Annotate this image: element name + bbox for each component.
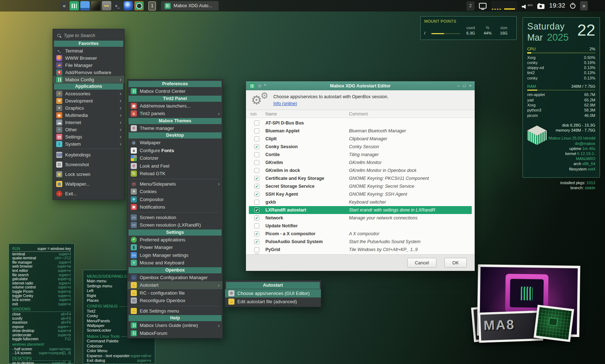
- run-checkbox[interactable]: [254, 247, 259, 252]
- main-menu-item-graphics[interactable]: ✴Graphics›: [53, 104, 124, 112]
- run-checkbox[interactable]: ✔: [254, 215, 259, 220]
- config-menu-item-reload-gtk[interactable]: ↻Reload GTK: [127, 170, 223, 178]
- run-checkbox[interactable]: ✔: [254, 239, 259, 244]
- main-menu-item-mabox-config[interactable]: Mabox Config›: [53, 76, 124, 83]
- autostart-row-pygrid[interactable]: PyGridTile Windows by Ctrl+Alt+KP_ 1..9: [249, 246, 472, 254]
- image-viewer-launcher-icon[interactable]: [91, 1, 100, 10]
- main-menu-item-lock-screen[interactable]: ▣Lock screen: [53, 169, 124, 179]
- config-menu-item-reconfigure-openbox[interactable]: ▤Reconfigure Openbox: [127, 297, 223, 305]
- menu-search-field[interactable]: Type to Search: [53, 30, 124, 40]
- volume-icon[interactable]: 40%: [522, 3, 533, 9]
- ok-button[interactable]: OK: [444, 258, 467, 268]
- autostart-row-conky-session[interactable]: ✔Conky SessionConky Session: [249, 143, 472, 151]
- config-menu-item-screen-resolution-lxrandr[interactable]: ▭Screen resolution (LXRandR): [127, 221, 223, 229]
- tray-area[interactable]: [491, 1, 517, 10]
- maximize-icon[interactable]: □: [463, 84, 466, 88]
- config-menu-item-mabox-control-center[interactable]: Mabox Control Center: [127, 87, 223, 95]
- run-checkbox[interactable]: ✔: [254, 184, 259, 189]
- config-menu-item-maboxforum[interactable]: MaboxForum: [127, 329, 223, 337]
- run-checkbox[interactable]: ✔: [254, 208, 259, 213]
- run-checkbox[interactable]: [254, 128, 259, 133]
- config-menu-item-autostart[interactable]: →Autostart›: [127, 281, 223, 289]
- run-checkbox[interactable]: [254, 120, 259, 126]
- config-menu-item-tint2-panels[interactable]: |||Tint2 panels›: [127, 110, 223, 118]
- panel-collapse-button[interactable]: «: [60, 1, 68, 10]
- main-menu-item-terminal[interactable]: >_Terminal: [53, 47, 124, 54]
- autostart-row-cortile[interactable]: CortileTiling manager: [249, 151, 472, 159]
- config-menu-item-wallpaper[interactable]: ◍Wallpaper: [127, 139, 223, 147]
- config-menu-item-mouse-and-keyboard[interactable]: ⌖Mouse and Keyboard: [127, 259, 223, 267]
- config-menu-item-colorizer[interactable]: Colorizer: [127, 154, 223, 162]
- run-checkbox[interactable]: [254, 200, 259, 205]
- config-menu-item-compositor[interactable]: ❖Compositor: [127, 196, 223, 204]
- clock-launcher-icon[interactable]: [134, 1, 144, 10]
- main-menu-item-settings[interactable]: ▤Settings›: [53, 133, 124, 140]
- config-menu-item-power-manager[interactable]: ▮Power Manager: [127, 244, 223, 251]
- config-menu-item-openbox-configuration-manager[interactable]: □Openbox Configuration Manager: [127, 274, 223, 282]
- cancel-button[interactable]: Cancel: [407, 258, 436, 268]
- run-checkbox[interactable]: [254, 136, 259, 141]
- config-menu-item-mabox-users-guide-online[interactable]: Mabox Users Guide (online)›: [127, 322, 223, 329]
- info-online-link[interactable]: Info (online): [273, 101, 297, 106]
- main-menu-item-system[interactable]: iSystem›: [53, 140, 124, 147]
- autostart-row-clipit[interactable]: ClipItClipboard Manager: [249, 135, 472, 143]
- window-menu-icon[interactable]: ◇: [258, 84, 261, 88]
- autostart-row-picom-a-x-compositor[interactable]: ✔Picom - a X compositorA X compositor: [249, 230, 472, 238]
- mabox-menu-launcher-icon[interactable]: [70, 1, 79, 10]
- config-menu-item-edit-settings-menu[interactable]: →Edit Settings menu: [127, 307, 223, 315]
- config-menu-item-screen-resolution[interactable]: ▭Screen resolution: [127, 214, 223, 222]
- screenshot-camera-icon[interactable]: [537, 4, 544, 9]
- workspace-1-button[interactable]: 1: [148, 1, 156, 10]
- power-icon[interactable]: [570, 3, 575, 9]
- main-menu-item-exit[interactable]: ○Exit...: [53, 189, 124, 199]
- file-manager-launcher-icon[interactable]: [80, 1, 90, 10]
- autostart-row-lxrandr-autostart[interactable]: ✔LXRandR autostartStart xrandr with sett…: [249, 206, 472, 214]
- window-titlebar[interactable]: ◇ ^ Mabox XDG Autostart Editor – □ ×: [246, 81, 475, 90]
- autostart-row-at-spi-d-bus-bus[interactable]: AT-SPI D-Bus Bus: [249, 119, 472, 127]
- run-checkbox[interactable]: [254, 152, 259, 157]
- archive-launcher-icon[interactable]: [102, 1, 111, 10]
- autostart-row-certificate-and-key-storage[interactable]: ✔Certificate and Key StorageGNOME Keyrin…: [249, 174, 472, 182]
- panel-expand-button[interactable]: »: [580, 1, 588, 10]
- run-checkbox[interactable]: [254, 223, 259, 228]
- run-checkbox[interactable]: ✔: [254, 144, 259, 149]
- main-menu-item-www-browser[interactable]: WWW Browser: [53, 54, 124, 62]
- workspace-2-button[interactable]: 2: [467, 1, 474, 10]
- config-menu-item-add-remove-launchers[interactable]: ▣Add/remove launchers...: [127, 102, 223, 110]
- display-icon[interactable]: [479, 3, 487, 9]
- main-menu-item-other[interactable]: ✶Other›: [53, 126, 124, 133]
- config-menu-item-configure-fonts[interactable]: aConfigure Fonts: [127, 147, 223, 155]
- config-menu-item-conkies[interactable]: ✳Conkies: [127, 188, 223, 196]
- main-menu-item-development[interactable]: ⚒Development›: [53, 97, 124, 104]
- run-checkbox[interactable]: ✔: [254, 231, 259, 236]
- autostart-row-pulseaudio-sound-system[interactable]: ✔PulseAudio Sound SystemStart the PulseA…: [249, 238, 472, 246]
- config-menu-item-preferred-applications[interactable]: ✔Preferred applications: [127, 236, 223, 244]
- config-menu-item-look-and-feel[interactable]: ❉Look and Feel: [127, 162, 223, 170]
- main-menu-item-keybindings[interactable]: ⌨Keybindings: [53, 150, 124, 160]
- config-menu-item-theme-manager[interactable]: ❉Theme manager: [127, 124, 223, 132]
- config-menu-item-login-manager-settings[interactable]: ▭Login Manager settings: [127, 251, 223, 259]
- autostart-row-network[interactable]: ✔NetworkManage your network connections: [249, 214, 472, 222]
- run-checkbox[interactable]: ✔: [254, 192, 259, 197]
- main-menu-item-file-manager[interactable]: ▰File Manager: [53, 62, 124, 69]
- config-menu-item-menu-sidepanels[interactable]: ▤Menu/Sidepanels›: [127, 180, 223, 188]
- autostart-row-secret-storage-service[interactable]: ✔Secret Storage ServiceGNOME Keyring: Se…: [249, 182, 472, 190]
- config-menu-item-notifications[interactable]: ▣Notifications: [127, 203, 223, 211]
- run-checkbox[interactable]: ✔: [254, 176, 259, 181]
- autostart-row-gkrellm-in-dock[interactable]: GKrellm in dockGKrellm Monitor in Openbo…: [249, 167, 472, 174]
- autostart-row-update-notifier[interactable]: Update Notifier: [249, 222, 472, 230]
- shade-icon[interactable]: ^: [264, 84, 266, 88]
- autostart-row-blueman-applet[interactable]: Blueman AppletBlueman Bluetooth Manager: [249, 127, 472, 135]
- autostart-row-gkrellm[interactable]: GKrellmGKrellm Monitor: [249, 159, 472, 167]
- main-menu-item-screenshot[interactable]: ⊡Screenshot: [53, 160, 124, 169]
- autostart-menu-item-choose-apps-services-gui-editor[interactable]: ⚙Choose apps/services (GUI Editor): [225, 289, 321, 297]
- main-menu-item-wallpaper[interactable]: ▦Wallpaper...: [53, 179, 124, 189]
- run-checkbox[interactable]: [254, 168, 259, 173]
- run-checkbox[interactable]: [254, 160, 259, 165]
- browser-launcher-icon[interactable]: [124, 1, 133, 10]
- autostart-row-gxkb[interactable]: gxkbKeyboard switcher: [249, 198, 472, 206]
- main-menu-item-multimedia[interactable]: ◉Multimedia›: [53, 112, 124, 119]
- config-menu-item-rc-configuration-file[interactable]: →RC - configuration file: [127, 289, 223, 297]
- close-icon[interactable]: ×: [469, 84, 471, 88]
- main-menu-item-accessories[interactable]: ✶Accessories›: [53, 90, 124, 97]
